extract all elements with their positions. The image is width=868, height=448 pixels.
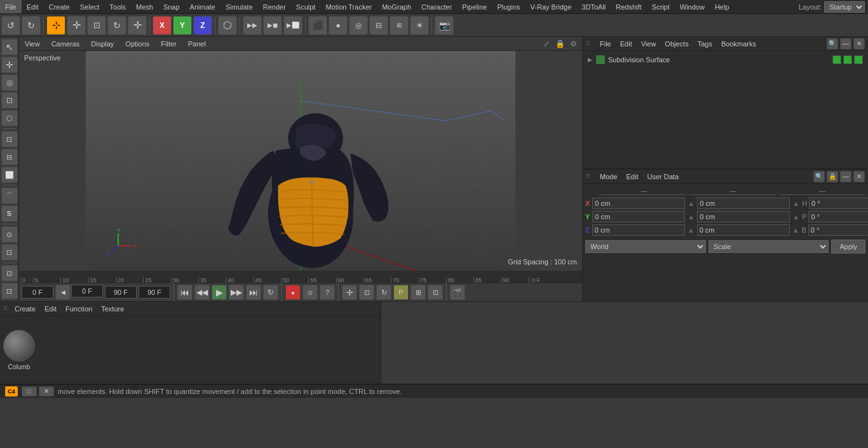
play-forward-button[interactable]: ▶▶ <box>229 285 244 300</box>
z-pos-input[interactable] <box>592 224 685 236</box>
vp-menu-filter[interactable]: Filter <box>158 40 179 48</box>
loop-button[interactable]: ↻ <box>263 285 278 300</box>
ap-menu-userdata[interactable]: User Data <box>646 173 681 180</box>
menu-window[interactable]: Window <box>675 0 710 13</box>
universal-tool-button[interactable]: ✛ <box>128 16 147 35</box>
vp-menu-cameras[interactable]: Cameras <box>49 40 83 48</box>
lt-points-mode[interactable]: ⊡ <box>1 131 18 147</box>
x-axis-button[interactable]: X <box>153 16 172 35</box>
menu-vray[interactable]: V-Ray Bridge <box>526 0 577 13</box>
tl-cinema-btn[interactable]: 🎬 <box>450 285 465 300</box>
menu-animate[interactable]: Animate <box>185 0 220 13</box>
y-pos-input[interactable] <box>592 211 685 222</box>
ap-lock-icon[interactable]: 🔒 <box>827 171 838 182</box>
menu-mograph[interactable]: MoGraph <box>377 0 416 13</box>
menu-redshift[interactable]: Redshift <box>611 0 646 13</box>
mp-menu-function[interactable]: Function <box>64 305 94 313</box>
undo-button[interactable]: ↺ <box>1 16 20 35</box>
menu-plugins[interactable]: Plugins <box>492 0 525 13</box>
vp-settings-icon[interactable]: ⚙ <box>567 38 579 50</box>
cube-side-button[interactable]: ◎ <box>349 16 368 35</box>
om-menu-view[interactable]: View <box>639 40 658 48</box>
layout-select[interactable]: Startup <box>824 1 865 13</box>
menu-3dtoall[interactable]: 3DToAll <box>576 0 611 13</box>
step-back-button[interactable]: ◀ <box>55 285 71 300</box>
menu-tools[interactable]: Tools <box>104 0 131 13</box>
cube-front-button[interactable]: ● <box>329 16 348 35</box>
object-row-subdivision[interactable]: ▶ Subdivision Surface <box>585 53 866 67</box>
om-menu-objects[interactable]: Objects <box>663 40 690 48</box>
vp-menu-display[interactable]: Display <box>88 40 116 48</box>
h-input[interactable] <box>809 198 868 209</box>
record-button[interactable]: ● <box>285 285 301 300</box>
ap-close-icon[interactable]: ✕ <box>853 171 865 182</box>
menu-create[interactable]: Create <box>44 0 75 13</box>
status-btn-1[interactable]: □ <box>22 386 37 397</box>
lt-move-tool[interactable]: ✛ <box>1 57 18 73</box>
tl-nav-2[interactable]: ⊡ <box>359 285 374 300</box>
render-region-button[interactable]: ▶▶ <box>243 16 262 35</box>
menu-help[interactable]: Help <box>710 0 735 13</box>
floor-button[interactable]: ⊞ <box>390 16 409 35</box>
om-close-icon[interactable]: ✕ <box>853 38 865 50</box>
apply-button[interactable]: Apply <box>831 240 865 254</box>
vp-expand-icon[interactable]: ⤢ <box>541 38 552 50</box>
vp-menu-options[interactable]: Options <box>123 40 152 48</box>
scale-tool-button[interactable]: ⊡ <box>87 16 106 35</box>
lt-pointer-tool[interactable]: ↖ <box>1 39 18 55</box>
menu-sculpt[interactable]: Sculpt <box>291 0 321 13</box>
menu-render[interactable]: Render <box>258 0 291 13</box>
lt-deform-tool[interactable]: ⊡ <box>1 244 18 261</box>
lt-magnet-tool[interactable]: ⊙ <box>1 226 18 243</box>
select-tool-button[interactable]: ⊹ <box>46 16 65 35</box>
lt-edges-mode[interactable]: ⊟ <box>1 149 18 165</box>
tl-nav-4[interactable]: P <box>393 285 409 300</box>
ap-menu-mode[interactable]: Mode <box>598 173 620 180</box>
om-minimize-icon[interactable]: — <box>840 38 851 50</box>
menu-snap[interactable]: Snap <box>158 0 185 13</box>
om-menu-tags[interactable]: Tags <box>696 40 714 48</box>
end-frame-input[interactable] <box>105 286 137 299</box>
viewport-canvas[interactable]: X Y Z Perspective Grid Spacing : 100 cm <box>19 51 582 271</box>
status-btn-2[interactable]: ✕ <box>39 386 54 397</box>
y-axis-button[interactable]: Y <box>173 16 192 35</box>
mp-menu-edit[interactable]: Edit <box>43 305 58 313</box>
lt-faces-mode[interactable]: ⬜ <box>1 166 18 183</box>
scale-select[interactable]: Scale <box>709 240 829 253</box>
render-active-button[interactable]: ▶◼ <box>263 16 282 35</box>
x-pos-input[interactable] <box>592 198 685 209</box>
autokey-button[interactable]: ⊙ <box>302 285 318 300</box>
lt-tool-16[interactable]: ⊡ <box>1 283 18 299</box>
current-frame-input[interactable] <box>22 286 53 299</box>
om-menu-bookmarks[interactable]: Bookmarks <box>719 40 758 48</box>
menu-motion-tracker[interactable]: Motion Tracker <box>320 0 377 13</box>
menu-script[interactable]: Script <box>647 0 675 13</box>
lt-scale-tool[interactable]: ⊡ <box>1 92 18 109</box>
menu-character[interactable]: Character <box>416 0 457 13</box>
tl-nav-3[interactable]: ↻ <box>376 285 391 300</box>
ap-minimize-icon[interactable]: — <box>840 171 851 182</box>
play-reverse-button[interactable]: ◀◀ <box>194 285 210 300</box>
menu-edit[interactable]: Edit <box>22 0 44 13</box>
go-last-button[interactable]: ⏭ <box>246 285 261 300</box>
lt-rotate-tool[interactable]: ◎ <box>1 74 18 91</box>
tl-nav-6[interactable]: ⊡ <box>428 285 443 300</box>
world-select[interactable]: World <box>585 240 706 253</box>
play-button[interactable]: ▶ <box>212 285 227 300</box>
om-search-icon[interactable]: 🔍 <box>827 38 838 50</box>
lt-poly-tool[interactable]: ⬡ <box>1 110 18 126</box>
mp-menu-create[interactable]: Create <box>13 305 37 313</box>
light-button[interactable]: ☀ <box>410 16 429 35</box>
material-preview[interactable] <box>3 330 35 362</box>
rotate-tool-button[interactable]: ↻ <box>107 16 126 35</box>
om-menu-edit[interactable]: Edit <box>618 40 634 48</box>
material-item[interactable]: Columb <box>3 330 35 370</box>
x-rot-input[interactable] <box>697 198 790 209</box>
render-button[interactable]: ▶⬜ <box>283 16 302 35</box>
status-icon[interactable]: C4 <box>5 386 18 397</box>
lt-tool-15[interactable]: ⊡ <box>1 265 18 282</box>
lt-spline-tool[interactable]: ⌒ <box>1 187 18 204</box>
z-rot-input[interactable] <box>697 224 790 236</box>
y-rot-input[interactable] <box>697 211 790 222</box>
b-input[interactable] <box>808 224 868 236</box>
